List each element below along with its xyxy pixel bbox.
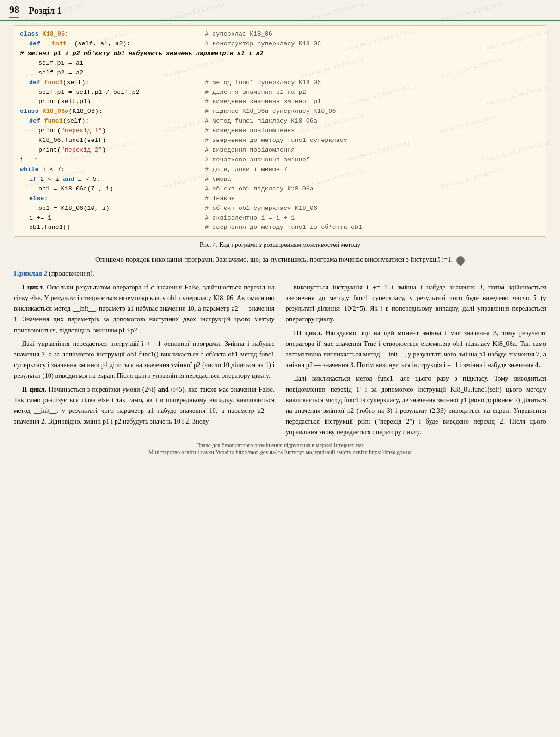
left-para-2: Далі управління передається інструкції i… xyxy=(14,338,275,381)
right-para-3: Далі викликається метод func1, але цього… xyxy=(286,373,547,437)
code-line-6: def func1(self): # метод func1 суперклас… xyxy=(20,78,540,88)
right-column: виконується інструкція i += 1 і змінна i… xyxy=(286,282,547,441)
page-header: 98 Розділ 1 xyxy=(0,0,560,21)
code-line-13: print("перехід 2") # виведення повідомле… xyxy=(20,146,540,155)
pin-icon xyxy=(455,254,466,266)
code-line-5: self.p2 = a2 xyxy=(20,68,540,78)
section-title: Розділ 1 xyxy=(29,6,62,16)
example-label: Приклад 2 (продовження). xyxy=(14,270,546,277)
code-line-14: i = 1 # початкове значення змінної xyxy=(20,155,540,165)
code-line-2: def __init__(self, a1, a2): # конструкто… xyxy=(20,39,540,49)
code-line-1: class K18_06: # суперклас K18_06 xyxy=(20,30,540,39)
two-column-content: І цикл. Оскільки результатом оператора i… xyxy=(14,282,546,441)
code-line-16: if 2 < i and i < 5: # умова xyxy=(20,175,540,184)
code-line-11: print("перехід 1") # виведення повідомле… xyxy=(20,126,540,136)
left-column: І цикл. Оскільки результатом оператора i… xyxy=(14,282,275,441)
code-line-3: # змінні p1 і p2 об'єкту ob1 набувають з… xyxy=(20,49,540,59)
code-line-8: print(self.p1) # виведення значення змін… xyxy=(20,97,540,107)
right-para-2: ІІІ цикл. Нагадаємо, що на цей момент зм… xyxy=(286,328,547,371)
code-block: class K18_06: # суперклас K18_06 def __i… xyxy=(14,25,546,237)
code-line-20: i += 1 # еквівалентно i = i + 1 xyxy=(20,214,540,223)
code-line-9: class K18_06a(K18_06): # підклас K18_06a… xyxy=(20,107,540,117)
code-line-19: ob1 = K18_06(10, i) # об'єкт ob1 суперкл… xyxy=(20,204,540,214)
left-para-1: І цикл. Оскільки результатом оператора i… xyxy=(14,282,275,336)
code-line-21: ob1.func1() # звернення до методу func1 … xyxy=(20,223,540,233)
code-line-15: while i < 7: # доти, доки і менше 7 xyxy=(20,165,540,175)
intro-text: Опишемо порядок виконання програми. Зазн… xyxy=(14,254,546,265)
footer-line-1: Право для безоплатного розміщення підруч… xyxy=(5,442,555,449)
code-line-7: self.p1 = self.p1 / self.p2 # ділення зн… xyxy=(20,88,540,98)
right-para-1: виконується інструкція i += 1 і змінна i… xyxy=(286,282,547,325)
code-line-12: K18_06.func1(self) # звернення до методу… xyxy=(20,136,540,146)
page-number: 98 xyxy=(9,4,19,18)
footer-line-2: Міністерство освіти і науки України http… xyxy=(5,449,555,456)
code-line-17: ob1 = K18_06a(7 , i) # об'єкт ob1 підкла… xyxy=(20,184,540,194)
code-line-18: else: # інакше xyxy=(20,194,540,204)
left-para-3: ІІ цикл. Починається з перевірки умови (… xyxy=(14,384,275,427)
code-line-10: def func1(self): # метод func1 підкласу … xyxy=(20,117,540,126)
code-line-4: self.p1 = a1 xyxy=(20,59,540,68)
page-footer: Право для безоплатного розміщення підруч… xyxy=(0,439,560,459)
figure-caption: Рис. 4. Код програми з розширенням можли… xyxy=(14,241,546,249)
